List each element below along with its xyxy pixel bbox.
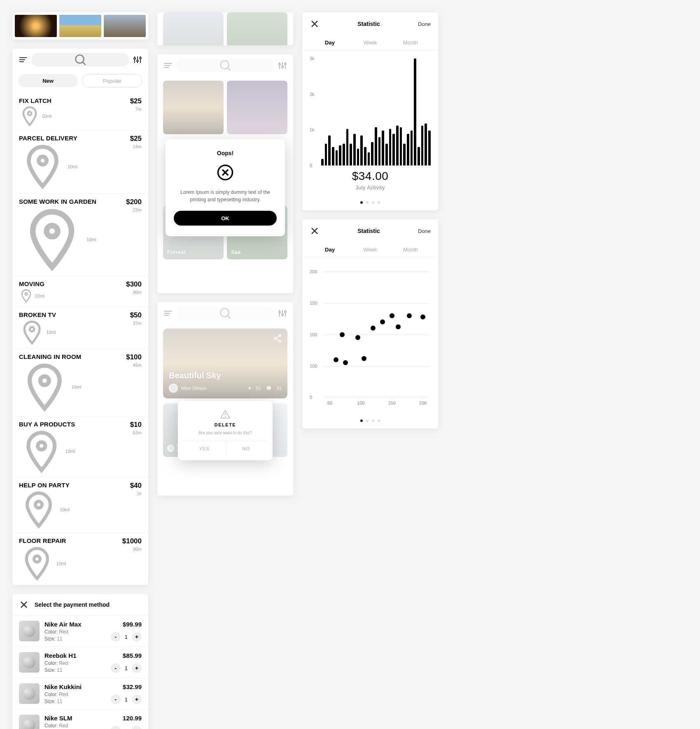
page-title: Statistic	[357, 21, 380, 27]
qty-minus-button[interactable]: -	[111, 694, 121, 704]
tab-month[interactable]: Month	[390, 247, 431, 253]
bar	[375, 127, 377, 165]
product-price: $32.99	[123, 683, 142, 690]
product-color: Color: Red	[44, 723, 106, 729]
page-title: Statistic	[357, 228, 380, 234]
product-name: Nike Kukkini	[44, 683, 106, 690]
page-dots	[302, 195, 438, 210]
qty-plus-button[interactable]: +	[132, 663, 142, 673]
task-title: CLEANING IN ROOM	[19, 353, 82, 360]
task-price: $300	[126, 280, 142, 289]
bar	[353, 134, 356, 165]
svg-line-50	[276, 336, 279, 338]
task-price: $200	[126, 198, 142, 206]
task-distance: 10ml	[19, 206, 96, 273]
task-distance: 10ml	[19, 143, 77, 190]
share-icon[interactable]	[273, 333, 282, 343]
svg-point-14	[25, 293, 28, 296]
svg-point-11	[28, 112, 32, 115]
scatter-point	[407, 313, 412, 318]
error-icon	[217, 164, 234, 181]
tab-day[interactable]: Day	[310, 247, 350, 253]
svg-point-30	[282, 66, 283, 68]
thumb-bokeh[interactable]	[15, 15, 57, 37]
task-title: FLOOR REPAIR	[19, 537, 66, 544]
product-size: Size: 11	[44, 636, 106, 642]
gallery-card[interactable]	[163, 81, 224, 134]
svg-point-18	[35, 501, 42, 508]
svg-point-13	[47, 226, 58, 237]
tab-popular[interactable]: Popular	[82, 74, 142, 87]
qty-minus-button[interactable]: -	[111, 632, 121, 642]
product-price: $85.99	[123, 652, 142, 659]
filter-icon[interactable]	[278, 61, 287, 70]
thumb-rocks[interactable]	[104, 15, 146, 37]
qty-plus-button[interactable]: +	[132, 694, 142, 704]
feed-delete-screen: Beautiful Sky Mike Oldsun ♥51 💬31	[157, 302, 293, 496]
tab-week[interactable]: Week	[350, 40, 390, 46]
tab-new[interactable]: New	[18, 74, 78, 87]
search-input[interactable]	[31, 53, 129, 67]
thumb-landscape[interactable]	[59, 15, 101, 37]
bar	[325, 144, 327, 165]
ok-button[interactable]: OK	[174, 211, 277, 226]
done-button[interactable]: Done	[418, 228, 431, 234]
svg-line-4	[83, 62, 86, 65]
qty-minus-button[interactable]: -	[111, 663, 121, 673]
task-distance: 10ml	[19, 490, 70, 529]
close-icon[interactable]	[310, 19, 320, 29]
task-row[interactable]: FLOOR REPAIR 10ml $1000 30m	[12, 533, 148, 585]
scatter-chart: 010010015020050100150200	[310, 266, 431, 397]
task-time: 22m	[126, 207, 142, 212]
task-price: $25	[130, 97, 142, 105]
feed-card[interactable]: Beautiful Sky Mike Oldsun ♥51 💬31	[163, 328, 287, 398]
bar	[396, 126, 399, 166]
scatter-point	[340, 332, 345, 337]
task-row[interactable]: HELP ON PARTY 10ml $40 1h	[12, 477, 148, 533]
svg-point-12	[39, 157, 47, 165]
search-input[interactable]	[176, 58, 274, 72]
qty-plus-button[interactable]: +	[132, 726, 142, 729]
no-button[interactable]: NO	[226, 441, 267, 456]
svg-line-26	[228, 68, 231, 71]
close-icon[interactable]	[310, 226, 320, 236]
task-row[interactable]: CLEANING IN ROOM 10ml $100 45m	[12, 349, 148, 416]
qty-minus-button[interactable]: -	[111, 726, 121, 729]
period-label: July Activity	[310, 184, 431, 191]
filter-icon[interactable]	[278, 308, 287, 318]
svg-point-28	[279, 63, 280, 65]
yes-button[interactable]: YES	[184, 441, 226, 456]
task-row[interactable]: SOME WORK IN GARDEN 10ml $200 22m	[12, 193, 148, 276]
qty-value: 1	[125, 728, 128, 729]
scatter-point	[396, 324, 401, 329]
bar	[357, 149, 359, 165]
svg-point-10	[140, 57, 141, 59]
product-thumb	[19, 621, 40, 641]
menu-icon[interactable]	[163, 61, 173, 70]
svg-line-40	[228, 316, 231, 319]
close-icon[interactable]	[19, 600, 29, 610]
tab-day[interactable]: Day	[310, 40, 350, 46]
search-input[interactable]	[176, 306, 274, 320]
menu-icon[interactable]	[163, 308, 173, 318]
task-row[interactable]: BUY A PRODUCTS 10ml $10 52m	[12, 416, 148, 477]
done-button[interactable]: Done	[418, 21, 431, 27]
scatter-point	[334, 357, 338, 362]
bar	[392, 134, 395, 165]
cart-item: Nike Air Max Color: Red Size: 11 $99.99 …	[12, 616, 148, 647]
task-row[interactable]: FIX LATCH 10ml $25 7m	[12, 93, 148, 130]
gallery-card[interactable]	[227, 81, 287, 134]
task-row[interactable]: MOVING 10ml $300 30m	[12, 276, 148, 306]
svg-point-53	[225, 417, 225, 417]
delete-modal: DELETE Are you sure want to do this? YES…	[178, 401, 273, 460]
tab-month[interactable]: Month	[390, 40, 431, 46]
task-row[interactable]: PARCEL DELIVERY 10ml $25 15m	[12, 130, 148, 193]
menu-icon[interactable]	[18, 55, 28, 65]
filter-icon[interactable]	[133, 55, 142, 65]
task-row[interactable]: BROKEN TV 10ml $50 37m	[12, 307, 148, 349]
task-time: 30m	[122, 547, 142, 552]
svg-point-19	[34, 556, 40, 562]
scatter-point	[390, 313, 394, 318]
tab-week[interactable]: Week	[350, 247, 390, 253]
qty-plus-button[interactable]: +	[132, 632, 142, 642]
